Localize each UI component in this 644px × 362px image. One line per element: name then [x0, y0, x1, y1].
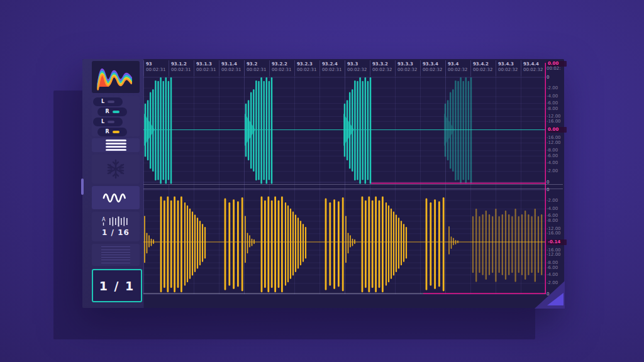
axis-tick-label: -4.00	[547, 94, 564, 99]
axis-tick-label: -12.00	[547, 140, 564, 146]
channel-color-dash	[108, 101, 114, 103]
menu-icon	[106, 143, 126, 145]
axis-tick-label: -16.00	[547, 119, 564, 124]
channel-color-dash	[108, 121, 114, 123]
menu-icon	[106, 149, 126, 151]
channel-color-dash	[113, 131, 119, 133]
waveform-mode-button[interactable]	[92, 186, 140, 209]
axis-tick-label: -4.00	[547, 206, 564, 212]
axis-tick-label: -8.00	[547, 260, 564, 266]
axis-tick-label: -4.00	[547, 272, 564, 278]
channel-toggle-L2[interactable]: L	[93, 118, 123, 126]
axis-tick-label: -16.00	[547, 135, 564, 141]
menu-button[interactable]	[92, 138, 140, 152]
channel-toggle-L1[interactable]: L	[93, 97, 123, 106]
panel-divider-line	[143, 184, 563, 185]
pattern-lines-icon	[101, 250, 130, 250]
channel-label: R	[105, 129, 109, 134]
channel-toggle-R2[interactable]: R	[97, 128, 127, 136]
snowflake-icon	[105, 158, 126, 180]
pattern-lines-icon	[101, 246, 130, 247]
channel-toggle-group: L R L R	[92, 96, 140, 136]
quantize-control[interactable]: A 1 / 16	[92, 212, 140, 241]
menu-icon	[106, 146, 126, 148]
pattern-lines-icon	[101, 252, 130, 253]
playhead-time-readout: 00:02:	[547, 66, 563, 72]
axis-tick-label: 0	[547, 187, 564, 193]
pattern-lines-icon	[101, 257, 130, 258]
pattern-lines-icon	[101, 263, 130, 263]
axis-tick-label: -16.00	[547, 231, 564, 236]
axis-readout: 0.00	[547, 127, 567, 133]
svg-text:A: A	[102, 217, 106, 222]
sine-wave-icon	[97, 192, 135, 204]
axis-tick-label: -16.00	[547, 248, 564, 253]
axis-tick-label: -2.00	[547, 85, 564, 91]
division-display[interactable]: 1 / 1	[92, 269, 142, 302]
axis-tick-label: -8.00	[547, 218, 564, 224]
plugin-window: L R L R	[82, 59, 564, 308]
window-edge-handle	[81, 178, 84, 195]
menu-icon	[106, 140, 126, 141]
freeze-button[interactable]	[92, 155, 140, 184]
axis-tick-label: -8.00	[547, 106, 564, 112]
axis-tick-label: -2.00	[547, 168, 564, 174]
channel-label: R	[105, 109, 109, 114]
waveform-display[interactable]	[143, 60, 546, 297]
channel-color-dash	[113, 111, 119, 113]
division-value: 1 / 1	[99, 279, 135, 293]
channel-label: L	[101, 99, 104, 104]
axis-tick-label: -6.00	[547, 265, 564, 271]
axis-readout: -0.14	[547, 239, 567, 245]
channel-toggle-R1[interactable]: R	[97, 107, 127, 116]
axis-tick-label: -12.00	[547, 252, 564, 258]
quantize-value: 1 / 16	[102, 228, 130, 237]
logo-waveform-icon	[94, 63, 138, 92]
sidebar: L R L R	[82, 59, 144, 308]
pattern-list-button[interactable]	[92, 244, 140, 266]
app-logo	[92, 61, 140, 93]
pattern-lines-icon	[101, 255, 130, 255]
axis-tick-label: -6.00	[547, 153, 564, 159]
desktop-background: L R L R	[0, 0, 644, 362]
axis-tick-label: 0	[547, 75, 564, 80]
quantize-grid-icon: A	[101, 216, 130, 227]
pattern-lines-icon	[101, 260, 130, 260]
axis-tick-label: -8.00	[547, 148, 564, 153]
panel-divider-line	[143, 189, 563, 189]
axis-tick-label: -2.00	[547, 198, 564, 204]
axis-tick-label: -4.00	[547, 160, 564, 166]
channel-label: L	[101, 119, 104, 124]
